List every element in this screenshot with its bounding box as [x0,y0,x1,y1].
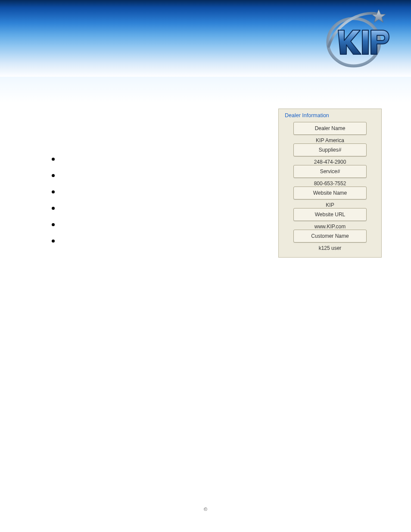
content-bullets [43,155,258,253]
bullet-item [43,204,258,213]
website-name-value: KIP [288,202,372,208]
supplies-number-value: 248-474-2900 [288,159,372,165]
bullet-item [43,237,258,246]
supplies-number-button[interactable]: Supplies# [293,143,367,156]
dealer-information-panel: Dealer Information Dealer Name KIP Ameri… [278,109,382,258]
customer-name-value: k125 user [288,245,372,251]
bullet-item [43,221,258,229]
website-url-value: www.KIP.com [288,224,372,230]
website-url-button[interactable]: Website URL [293,208,367,221]
footer-copyright: © [0,507,411,512]
service-number-value: 800-653-7552 [288,180,372,187]
service-number-button[interactable]: Service# [293,165,367,178]
bullet-item [43,188,258,196]
website-name-button[interactable]: Website Name [293,187,367,199]
svg-rect-2 [362,30,368,54]
dealer-name-button[interactable]: Dealer Name [293,122,367,135]
bullet-item [43,171,258,180]
panel-title: Dealer Information [285,112,376,118]
header-banner [0,0,411,77]
bullet-item [43,155,258,164]
kip-logo [324,12,390,68]
document-page: { "brand": { "name": "KIP" }, "panel": {… [0,0,411,532]
svg-marker-1 [372,9,386,22]
dealer-name-value: KIP America [288,137,372,143]
customer-name-button[interactable]: Customer Name [293,230,367,243]
kip-logo-icon [324,12,390,68]
